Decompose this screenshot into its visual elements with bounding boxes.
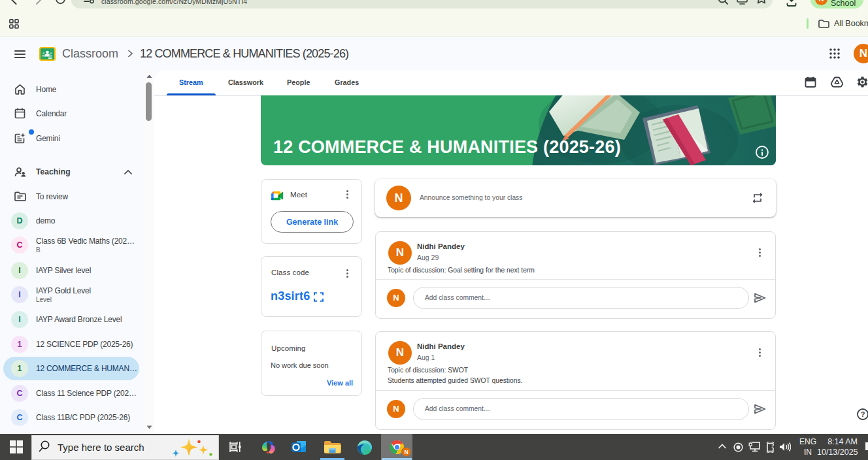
svg-text:?: ?: [861, 410, 865, 418]
